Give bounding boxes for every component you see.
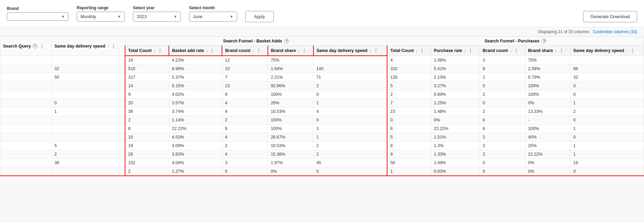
purchases-brand-share-sort[interactable]: ↓ <box>555 49 557 53</box>
purchases-brand-count-cell: 1 <box>480 73 525 82</box>
same-day-left-cell <box>51 124 125 133</box>
search-query-dots[interactable]: ⋮ <box>39 43 44 49</box>
basket-total-cell: 6 <box>125 124 169 133</box>
search-query-cell <box>0 107 52 116</box>
purchases-total-cell: 56 <box>387 159 431 167</box>
basket-brand-share-cell: 26.67% <box>268 133 313 142</box>
reporting-range-filter: Reporting range Monthly ▼ <box>77 5 125 22</box>
purchases-same-day-header: Same day delivery speed ↓ ⋮ <box>570 46 644 56</box>
basket-brand-share-cell: 20% <box>268 99 313 107</box>
purchase-rate-dots[interactable]: ⋮ <box>468 48 473 53</box>
basket-brand-share-cell: 92.86% <box>268 82 313 90</box>
purchases-brand-count-cell: 8 <box>480 65 525 73</box>
basket-add-rate-dots[interactable]: ⋮ <box>210 48 214 53</box>
purchases-brand-share-cell: 0% <box>525 167 570 176</box>
basket-same-day-cell: 71 <box>313 73 387 82</box>
purchases-same-day-cell: 0 <box>570 82 644 90</box>
basket-same-day-cell <box>313 56 387 65</box>
basket-same-day-dots[interactable]: ⋮ <box>373 48 378 53</box>
brand-select[interactable]: ▼ <box>7 12 69 21</box>
table-row: 325158.99%101.94%1403105.41%82.58%86 <box>0 65 644 73</box>
generate-download-button[interactable]: Generate Download <box>583 11 637 22</box>
basket-brand-share-sort[interactable]: ↓ <box>298 49 300 53</box>
table-row: 1383.74%410.53%4151.48%213.33%2 <box>0 107 644 116</box>
select-month-label: Select month <box>189 5 237 10</box>
basket-brand-count-sort[interactable]: ↓ <box>252 49 254 53</box>
same-day-left-sort[interactable]: ↓ <box>107 44 109 48</box>
same-day-left-dots[interactable]: ⋮ <box>111 43 116 49</box>
customise-columns-link[interactable]: Customise columns (33) <box>593 29 637 34</box>
purchases-same-day-dots[interactable]: ⋮ <box>630 48 635 53</box>
basket-brand-share-cell: 100% <box>268 116 313 124</box>
purchases-brand-count-cell: 0 <box>480 167 525 176</box>
basket-brand-share-dots[interactable]: ⋮ <box>302 48 307 53</box>
basket-total-count-sort[interactable]: ↓ <box>154 49 156 53</box>
purchases-same-day-cell: 19 <box>570 159 644 167</box>
basket-same-day-sort[interactable]: ↓ <box>370 49 371 53</box>
search-query-cell <box>0 73 52 82</box>
purchases-brand-count-cell: 2 <box>480 107 525 116</box>
purchase-rate-sort[interactable]: ↓ <box>464 49 466 53</box>
purchases-total-cell: 1 <box>387 167 431 176</box>
purchases-brand-count-dots[interactable]: ⋮ <box>514 48 519 53</box>
purchases-total-cell: 5 <box>387 133 431 142</box>
table-info-bar: Displaying 21 of 33 columns Customise co… <box>0 27 644 36</box>
select-year-value: 2023 <box>137 14 147 19</box>
purchases-brand-share-dots[interactable]: ⋮ <box>559 48 564 53</box>
basket-adds-title: Search Funnel - Basket Adds <box>223 39 282 43</box>
purchases-total-count-dots[interactable]: ⋮ <box>420 48 424 53</box>
purchases-help[interactable]: ? <box>542 39 546 43</box>
same-day-left-cell: 5 <box>51 142 125 150</box>
basket-same-day-cell: 4 <box>313 107 387 116</box>
purchases-total-cell: 2 <box>387 90 431 99</box>
purchases-total-count-sort[interactable]: ↓ <box>416 49 418 53</box>
purchases-same-day-sort[interactable]: ↓ <box>626 49 628 53</box>
table-row: 0203.57%420%171.25%00%1 <box>0 99 644 107</box>
basket-same-day-cell: 2 <box>313 150 387 159</box>
purchases-same-day-cell: 0 <box>570 133 644 142</box>
purchase-rate-cell: 1.48% <box>431 107 480 116</box>
same-day-left-group: Same day delivery speed ↓ ⋮ <box>51 37 125 56</box>
basket-brand-share-cell: 10.53% <box>268 107 313 116</box>
purchases-same-day-cell: 1 <box>570 99 644 107</box>
purchases-total-cell: 126 <box>387 73 431 82</box>
basket-total-count-dots[interactable]: ⋮ <box>158 48 162 53</box>
same-day-left-cell <box>51 133 125 142</box>
purchases-same-day-cell: 0 <box>570 167 644 176</box>
search-query-cell <box>0 159 52 167</box>
purchase-rate-cell: 2.13% <box>431 73 480 82</box>
display-count: Displaying 21 of 33 columns <box>538 29 590 34</box>
basket-brand-count-cell: 7 <box>222 73 268 82</box>
search-query-cell <box>0 142 52 150</box>
basket-brand-count-dots[interactable]: ⋮ <box>256 48 261 53</box>
basket-add-rate-header: Basket add rate ↓ ⋮ <box>169 46 222 56</box>
basket-same-day-cell: 45 <box>313 159 387 167</box>
basket-brand-share-cell: 100% <box>268 90 313 99</box>
select-year-select[interactable]: 2023 ▼ <box>133 12 181 22</box>
select-month-select[interactable]: June ▼ <box>189 12 237 22</box>
purchases-brand-share-cell: 25% <box>525 142 570 150</box>
purchases-brand-count-sort[interactable]: ↓ <box>510 49 512 53</box>
purchases-total-cell: 8 <box>387 142 431 150</box>
apply-button[interactable]: Apply <box>245 11 274 22</box>
search-query-help[interactable]: ? <box>33 44 37 49</box>
reporting-range-select[interactable]: Monthly ▼ <box>77 12 125 22</box>
purchases-brand-share-cell: 75% <box>525 56 570 65</box>
basket-brand-count-cell: 9 <box>222 90 268 99</box>
table-row: 2263.83%415.38%291.33%222.22%1 <box>0 150 644 159</box>
basket-brand-count-cell: 4 <box>222 150 268 159</box>
basket-brand-share-cell: 0% <box>268 167 313 176</box>
select-month-chevron: ▼ <box>230 15 233 18</box>
purchases-brand-share-cell: 22.22% <box>525 150 570 159</box>
purchase-rate-cell: 1.06% <box>431 56 480 65</box>
basket-add-rate-sort[interactable]: ↓ <box>206 49 208 53</box>
purchases-title: Search Funnel - Purchases <box>484 39 539 43</box>
purchases-same-day-cell: 0 <box>570 116 644 124</box>
basket-same-day-cell: 140 <box>313 65 387 73</box>
same-day-left-label: Same day delivery speed <box>54 44 106 49</box>
basket-total-cell: 38 <box>125 107 169 116</box>
basket-adds-help[interactable]: ? <box>284 39 289 43</box>
basket-total-cell: 19 <box>125 142 169 150</box>
same-day-left-cell <box>51 90 125 99</box>
purchases-brand-share-header: Brand share ↓ ⋮ <box>525 46 570 56</box>
